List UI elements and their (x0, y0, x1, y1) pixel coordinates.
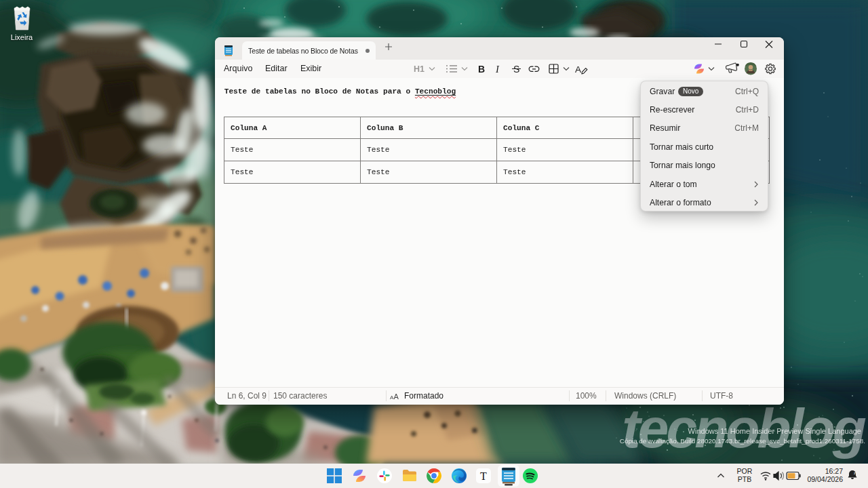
svg-text:A: A (394, 392, 399, 401)
svg-text:A: A (575, 64, 581, 75)
svg-text:I: I (495, 64, 500, 75)
svg-text:POR: POR (737, 467, 753, 475)
svg-text:16:27: 16:27 (825, 467, 843, 475)
svg-text:z: z (854, 471, 856, 475)
svg-text:09/04/2026: 09/04/2026 (807, 475, 843, 483)
svg-text:H1: H1 (414, 64, 425, 74)
svg-text:PTB: PTB (738, 475, 751, 483)
svg-text:T: T (480, 470, 487, 482)
svg-text:B: B (478, 64, 485, 75)
